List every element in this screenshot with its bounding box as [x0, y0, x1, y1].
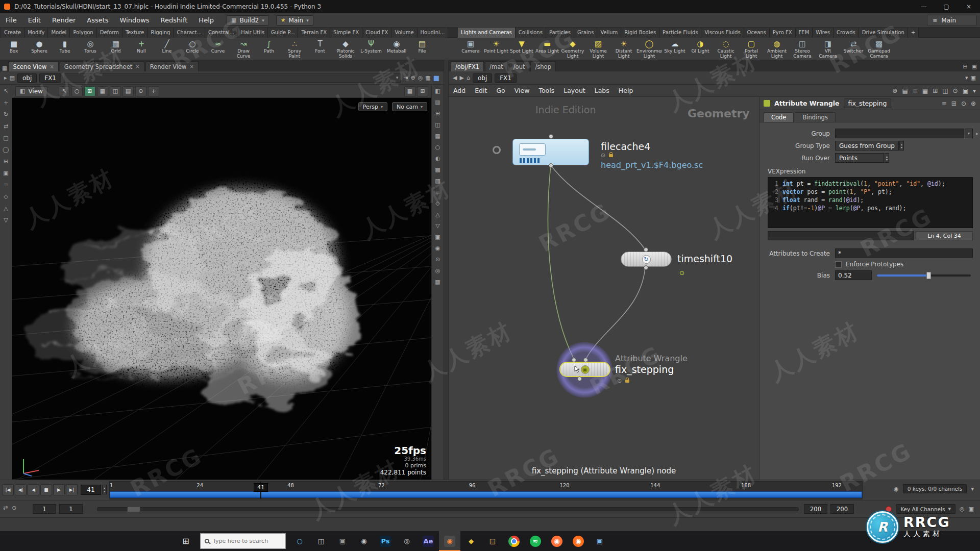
shelf-tab-rigging[interactable]: Rigging [148, 28, 174, 38]
viewport-tool-icon[interactable]: ▧ [435, 178, 440, 184]
range-field[interactable]: 200 [804, 504, 827, 514]
viewport-tool-icon[interactable]: △ [435, 211, 439, 218]
pane-tab-render-view[interactable]: Render View× [145, 61, 199, 71]
viewport-tool-icon[interactable]: ⊞ [4, 158, 8, 165]
path-icon[interactable]: ⊕ [410, 74, 415, 81]
net-menu-layout[interactable]: Layout [559, 87, 590, 94]
shelf-tab-simple-fx[interactable]: Simple FX [330, 28, 362, 38]
param-tab-bindings[interactable]: Bindings [795, 112, 835, 122]
shelf-tab-guide-p[interactable]: Guide P... [268, 28, 299, 38]
viewport-settings-icon[interactable]: ⊞ [417, 86, 428, 96]
shelf-tab-viscous-fluids[interactable]: Viscous Fluids [701, 28, 744, 38]
shelf-tool-stereo-camera[interactable]: ◫Stereo Camera [790, 38, 815, 60]
view-menu-button[interactable]: ◧ View [15, 86, 47, 96]
shelf-tool-camera[interactable]: ▣Camera [458, 38, 483, 60]
taskbar-app-round[interactable]: ◉ [353, 531, 375, 551]
shelf-tool-box[interactable]: ■Box [1, 38, 27, 60]
shelf-tool-circle[interactable]: ○Circle [180, 38, 205, 60]
shelf-tool-distant-light[interactable]: ☀Distant Light [611, 38, 636, 60]
path-icon[interactable]: ▾ [965, 74, 968, 81]
viewport-tool-icon[interactable]: ⊞ [435, 110, 440, 117]
shelf-tool-torus[interactable]: ◎Torus [78, 38, 103, 60]
viewport-tool-icon[interactable]: ◧ [435, 88, 440, 94]
run-over-select[interactable]: Points [835, 153, 884, 163]
maximize-button[interactable]: ▢ [935, 0, 958, 13]
timeline-ruler[interactable]: 124487296120144168192 41 [109, 481, 863, 499]
shelf-tab-volume[interactable]: Volume [391, 28, 417, 38]
shelf-tool-caustic-light[interactable]: ◌Caustic Light [713, 38, 739, 60]
chevron-down-icon[interactable]: ▾ [971, 486, 974, 492]
spinner-icon[interactable]: ▴▾ [899, 141, 904, 151]
vex-code-editor[interactable]: 1int pt = findattribval(1, "point", "id"… [768, 177, 973, 228]
shelf-tool-gi-light[interactable]: ◑GI Light [688, 38, 713, 60]
shelf-tab-grains[interactable]: Grains [574, 28, 597, 38]
viewport-tool-icon[interactable]: ◐ [435, 155, 440, 162]
viewport-toolbar-icon[interactable]: ○ [71, 86, 83, 96]
shelf-tab-crowds[interactable]: Crowds [834, 28, 859, 38]
path-combo[interactable] [64, 73, 401, 83]
net-toolbar-icon[interactable]: ▦ [922, 87, 928, 94]
shelf-tab-charact[interactable]: Charact... [174, 28, 205, 38]
path-icon[interactable]: ▶ [459, 74, 463, 81]
shelf-tab-hair-utils[interactable]: Hair Utils [238, 28, 268, 38]
viewport-tool-icon[interactable]: ◇ [435, 200, 439, 207]
node-bypass-ring[interactable] [493, 146, 501, 154]
node-name-fix-stepping[interactable]: fix_stepping [615, 364, 674, 375]
viewport-tool-icon[interactable]: ◎ [435, 267, 440, 274]
taskbar-app-dark[interactable]: ▣ [332, 531, 353, 551]
menu-help[interactable]: Help [193, 13, 219, 27]
shelf-tab-fem[interactable]: FEM [796, 28, 813, 38]
viewport-toolbar-icon[interactable]: ▦ [97, 86, 108, 96]
transport-button[interactable]: |◀ [2, 484, 14, 495]
taskbar-photoshop[interactable]: Ps [375, 531, 396, 551]
net-toolbar-icon[interactable]: ◫ [942, 87, 948, 94]
path-icon[interactable]: ■ [433, 74, 439, 82]
pane-tab-shop[interactable]: /shop [530, 61, 556, 71]
viewport-tool-icon[interactable]: ⊙ [435, 256, 440, 263]
parameter-header-icon[interactable]: ≡ [942, 100, 947, 107]
viewport-tool-icon[interactable]: ◫ [435, 121, 440, 128]
shelf-tool-line[interactable]: ╱Line [154, 38, 180, 60]
shelf-tool-font[interactable]: TFont [307, 38, 333, 60]
close-button[interactable]: × [958, 0, 980, 13]
net-toolbar-icon[interactable]: ≡ [913, 87, 918, 94]
shelf-tab-deform[interactable]: Deform [97, 28, 122, 38]
node-flags[interactable]: ⊙ [601, 152, 613, 159]
shelf-tab-polygon[interactable]: Polygon [70, 28, 96, 38]
taskbar-search[interactable] [200, 533, 286, 549]
viewport-tool-icon[interactable]: ↻ [4, 111, 8, 118]
close-icon[interactable]: × [50, 64, 54, 69]
viewport-tool-icon[interactable]: ○ [435, 144, 440, 151]
path-chip-fx1[interactable]: FX1 [39, 73, 61, 83]
net-menu-help[interactable]: Help [614, 87, 638, 94]
path-icon[interactable]: ▤ [10, 74, 15, 81]
net-menu-labs[interactable]: Labs [590, 87, 614, 94]
taskbar-houdini-active[interactable]: ◉ [439, 531, 460, 551]
net-toolbar-icon[interactable]: ⊛ [892, 87, 897, 94]
options-icon[interactable]: ▣ [969, 506, 974, 512]
menu-file[interactable]: File [0, 13, 22, 27]
shelf-tool-portal-light[interactable]: ▢Portal Light [739, 38, 764, 60]
scene-viewport[interactable]: Persp ▾ No cam ▾ 25fps 39.36ms 0 prims 4… [12, 98, 431, 480]
taskbar-spotify[interactable]: ≈ [525, 531, 546, 551]
range-toggle-icon[interactable]: ⇄ [3, 505, 8, 511]
bias-slider[interactable] [877, 274, 971, 277]
viewport-tool-icon[interactable]: ◉ [435, 245, 440, 252]
viewport-tool-icon[interactable]: ▣ [435, 234, 440, 240]
pane-tab-out[interactable]: /out [509, 61, 530, 71]
group-type-select[interactable]: Guess from Group [835, 141, 899, 151]
shelf-tool-spray-paint[interactable]: ∴Spray Paint [282, 38, 307, 60]
snapshot-icon[interactable]: ◎ [960, 506, 965, 512]
taskbar-app-blue[interactable]: ▣ [589, 531, 610, 551]
shelf-tool-point-light[interactable]: ☀Point Light [483, 38, 509, 60]
net-toolbar-icon[interactable]: ▤ [902, 87, 908, 94]
shelf-tool-grid[interactable]: ▦Grid [103, 38, 129, 60]
parameter-header-icon[interactable]: ⊙ [961, 100, 966, 107]
current-frame-field[interactable]: 41 [81, 485, 101, 495]
shelf-tab-model[interactable]: Model [48, 28, 70, 38]
pane-icon[interactable]: ▣ [972, 63, 977, 70]
menu-render[interactable]: Render [46, 13, 81, 27]
net-toolbar-icon[interactable]: ▾ [973, 87, 976, 94]
taskbar-firefox[interactable]: ◉ [546, 531, 568, 551]
viewport-toolbar-icon[interactable]: ▤ [122, 86, 134, 96]
